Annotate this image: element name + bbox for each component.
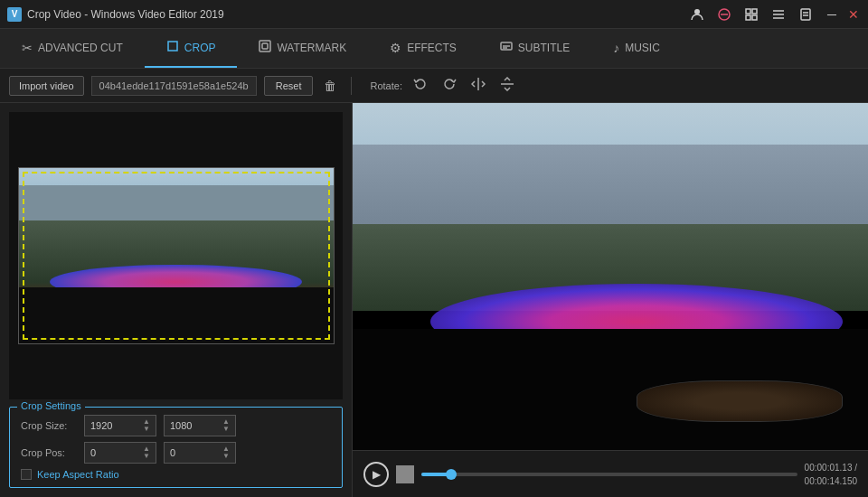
reset-button[interactable]: Reset	[264, 76, 314, 96]
effects-icon: ⚙	[390, 41, 401, 55]
import-video-button[interactable]: Import video	[9, 76, 84, 96]
svg-rect-4	[752, 9, 757, 14]
tab-advanced-cut-label: ADVANCED CUT	[38, 42, 123, 54]
total-time: 00:00:14.150	[805, 474, 857, 488]
progress-track[interactable]	[421, 473, 797, 476]
svg-rect-15	[262, 43, 268, 49]
crop-height-arrows: ▲▼	[222, 418, 230, 433]
tab-crop-label: CROP	[184, 42, 216, 54]
scissors-icon: ✂	[22, 41, 33, 55]
nav-tabs: ✂ ADVANCED CUT CROP WATERMARK ⚙ EFFECTS …	[0, 29, 868, 69]
title-bar-icons	[689, 6, 814, 23]
crop-settings-panel: Crop Settings Crop Size: 1920 ▲▼ 1080 ▲▼…	[9, 407, 343, 488]
tab-subtitle-label: SUBTITLE	[518, 42, 570, 54]
minimize-button[interactable]: ─	[825, 7, 839, 22]
svg-rect-3	[746, 9, 750, 14]
doc-icon[interactable]	[797, 6, 814, 23]
video-preview	[353, 103, 868, 450]
stop-button[interactable]	[396, 465, 414, 483]
play-button[interactable]: ▶	[363, 462, 389, 487]
svg-rect-13	[168, 42, 177, 51]
tab-advanced-cut[interactable]: ✂ ADVANCED CUT	[0, 29, 145, 68]
left-panel: Crop Settings Crop Size: 1920 ▲▼ 1080 ▲▼…	[0, 103, 353, 497]
keep-aspect-label[interactable]: Keep Aspect Ratio	[37, 469, 119, 480]
music-icon: ♪	[613, 41, 619, 55]
photo-simulation	[19, 168, 334, 343]
video-tray-object	[637, 380, 843, 422]
main-content: Crop Settings Crop Size: 1920 ▲▼ 1080 ▲▼…	[0, 103, 868, 497]
menu-icon[interactable]	[770, 6, 787, 23]
crop-settings-legend: Crop Settings	[17, 400, 85, 411]
flip-vertical-icon[interactable]	[496, 75, 518, 96]
crop-posy-arrows: ▲▼	[222, 445, 230, 460]
thumbnail-preview-container	[9, 112, 343, 399]
title-bar: V Crop Video - Windows Video Editor 2019…	[0, 0, 868, 29]
grid-icon[interactable]	[743, 6, 760, 23]
crop-size-height-input[interactable]: 1080 ▲▼	[164, 415, 236, 436]
app-icon: V	[7, 7, 22, 22]
toolbar-separator	[351, 77, 352, 95]
current-time: 00:00:01.13 /	[805, 461, 857, 474]
crop-size-label: Crop Size:	[21, 420, 77, 431]
person-icon[interactable]	[689, 6, 705, 23]
toolbar: Import video 04b41edde117d1591e58a1e524b…	[0, 69, 868, 103]
crop-size-width-input[interactable]: 1920 ▲▼	[84, 415, 156, 436]
tab-effects-label: EFFECTS	[407, 42, 457, 54]
crop-pos-row: Crop Pos: 0 ▲▼ 0 ▲▼	[21, 442, 331, 464]
delete-icon[interactable]: 🗑	[320, 77, 340, 95]
svg-rect-14	[259, 41, 270, 52]
svg-point-0	[694, 9, 700, 14]
close-button[interactable]: ✕	[846, 7, 861, 22]
subtitle-icon	[500, 40, 513, 55]
file-id-display: 04b41edde117d1591e58a1e524b	[91, 76, 257, 96]
tab-subtitle[interactable]: SUBTITLE	[478, 29, 591, 68]
crop-size-row: Crop Size: 1920 ▲▼ 1080 ▲▼	[21, 415, 331, 436]
svg-rect-6	[752, 15, 757, 20]
thumbnail-preview	[18, 167, 335, 344]
tag-icon[interactable]	[716, 6, 732, 23]
tab-crop[interactable]: CROP	[145, 29, 238, 68]
window-controls[interactable]: ─ ✕	[825, 7, 861, 22]
crop-width-arrows: ▲▼	[143, 418, 150, 433]
keep-aspect-row: Keep Aspect Ratio	[21, 469, 331, 480]
crop-posx-arrows: ▲▼	[143, 445, 150, 460]
svg-rect-5	[746, 15, 750, 20]
video-scene	[353, 103, 868, 450]
tab-watermark-label: WATERMARK	[277, 42, 346, 54]
flip-horizontal-icon[interactable]	[467, 75, 489, 96]
crop-pos-x-input[interactable]: 0 ▲▼	[84, 442, 156, 464]
tab-watermark[interactable]: WATERMARK	[237, 29, 368, 68]
watermark-icon	[259, 40, 271, 55]
app-title: Crop Video - Windows Video Editor 2019	[27, 8, 689, 21]
right-panel: ▶ 00:00:01.13 / 00:00:14.150	[353, 103, 868, 497]
tab-effects[interactable]: ⚙ EFFECTS	[368, 29, 478, 68]
rotate-label: Rotate:	[370, 80, 401, 91]
thumbnail-image	[19, 168, 334, 343]
rotate-right-icon[interactable]	[439, 75, 460, 96]
svg-rect-10	[801, 9, 810, 20]
tab-music[interactable]: ♪ MUSIC	[591, 29, 682, 68]
keep-aspect-checkbox[interactable]	[21, 469, 32, 480]
foreground-layer	[19, 287, 334, 343]
crop-icon	[166, 40, 179, 55]
tab-music-label: MUSIC	[625, 42, 660, 54]
progress-thumb[interactable]	[446, 469, 457, 480]
playback-bar: ▶ 00:00:01.13 / 00:00:14.150	[353, 450, 868, 497]
crop-pos-y-input[interactable]: 0 ▲▼	[164, 442, 236, 464]
rotate-left-icon[interactable]	[410, 75, 431, 96]
crop-pos-label: Crop Pos:	[21, 447, 77, 458]
time-display: 00:00:01.13 / 00:00:14.150	[805, 461, 857, 488]
